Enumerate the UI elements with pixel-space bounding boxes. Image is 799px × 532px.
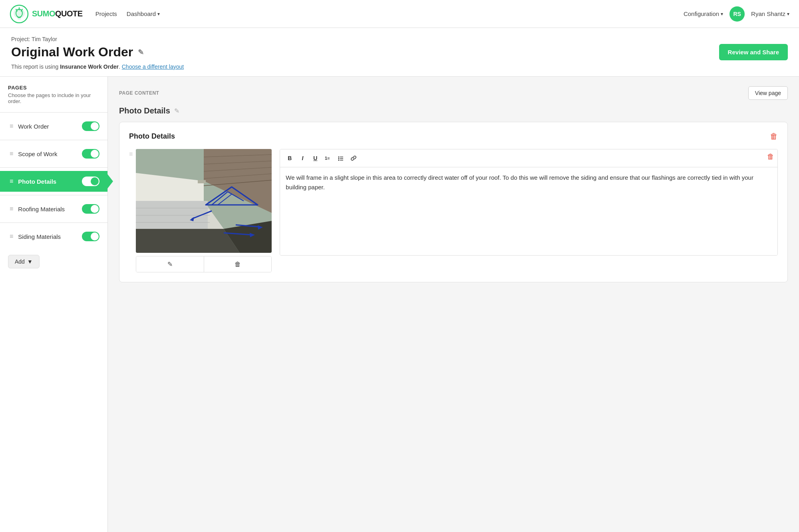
svg-point-35 (338, 158, 340, 159)
photo-actions: ✎ 🗑 (136, 256, 272, 272)
sidebar-item-roofing-materials[interactable]: ≡ Roofing Materials (0, 199, 107, 219)
page-title: Original Work Order ✎ (11, 45, 144, 60)
editor-content[interactable]: We will frame in a slight slope in this … (280, 167, 777, 255)
svg-point-34 (338, 157, 340, 158)
sidebar-item-label: Roofing Materials (18, 206, 65, 212)
sidebar-divider-2 (0, 140, 107, 140)
sidebar-divider-3 (0, 167, 107, 168)
view-page-button[interactable]: View page (748, 86, 788, 100)
nav-projects[interactable]: Projects (95, 10, 117, 17)
ordered-list-icon: 1≡ (325, 155, 331, 161)
logo-icon (10, 4, 29, 24)
photo-details-toggle[interactable] (82, 177, 99, 186)
photo-image (136, 149, 272, 253)
breadcrumb: Project: Tim Taylor (11, 36, 788, 42)
dashboard-chevron-icon: ▾ (157, 11, 160, 17)
photo-left: ≡ (129, 149, 272, 272)
photo-card: Photo Details 🗑 ≡ (119, 122, 788, 282)
sidebar-divider-5 (0, 222, 107, 223)
title-edit-icon[interactable]: ✎ (138, 48, 144, 57)
link-icon (350, 155, 357, 161)
add-chevron-icon: ▼ (27, 258, 33, 265)
sidebar-item-photo-details[interactable]: ≡ Photo Details (0, 171, 107, 192)
sidebar-item-label: Scope of Work (18, 151, 57, 157)
logo[interactable]: SUMOQUOTE (10, 4, 83, 24)
sidebar-footer: Add ▼ (0, 247, 107, 276)
sidebar-header: PAGES Choose the pages to include in you… (0, 85, 107, 109)
svg-text:1≡: 1≡ (325, 156, 330, 161)
drag-icon: ≡ (10, 205, 13, 212)
work-order-toggle[interactable] (82, 121, 99, 131)
navbar: SUMOQUOTE Projects Dashboard ▾ Configura… (0, 0, 799, 28)
drag-icon: ≡ (10, 150, 13, 157)
photo-delete-button[interactable]: 🗑 (204, 256, 272, 272)
add-page-button[interactable]: Add ▼ (8, 255, 40, 268)
user-chevron-icon: ▾ (787, 11, 789, 17)
review-share-button[interactable]: Review and Share (719, 44, 788, 60)
photo-edit-button[interactable]: ✎ (136, 256, 204, 272)
sidebar: PAGES Choose the pages to include in you… (0, 77, 108, 532)
logo-text: SUMOQUOTE (32, 9, 83, 18)
active-arrow-indicator (107, 174, 113, 189)
drag-icon: ≡ (10, 178, 13, 185)
roofing-materials-toggle[interactable] (82, 204, 99, 214)
sidebar-item-scope-of-work[interactable]: ≡ Scope of Work (0, 143, 107, 164)
toolbar-italic-button[interactable]: I (297, 153, 308, 164)
photo-row: ≡ (129, 149, 778, 272)
main-content: PAGE CONTENT View page Photo Details ✎ P… (108, 77, 799, 532)
nav-links: Projects Dashboard ▾ (95, 10, 671, 17)
page-content-label: PAGE CONTENT (119, 90, 159, 96)
content-title: Photo Details (119, 106, 170, 115)
svg-point-36 (338, 160, 340, 161)
toolbar-link-button[interactable] (348, 153, 359, 164)
photo-card-title: Photo Details (129, 132, 175, 141)
toolbar-underline-button[interactable]: U (310, 153, 321, 164)
user-name-button[interactable]: Ryan Shantz ▾ (751, 10, 789, 17)
sidebar-subtitle: Choose the pages to include in your orde… (8, 92, 99, 104)
photo-card-delete-icon[interactable]: 🗑 (770, 132, 778, 141)
toolbar-bold-button[interactable]: B (284, 153, 295, 164)
configuration-button[interactable]: Configuration ▾ (684, 10, 723, 17)
change-layout-link[interactable]: Choose a different layout (122, 64, 184, 70)
sidebar-item-siding-materials[interactable]: ≡ Siding Materials (0, 226, 107, 247)
photo-drag-handle-icon[interactable]: ≡ (129, 149, 133, 158)
sidebar-divider-4 (0, 195, 107, 195)
sidebar-item-label: Work Order (18, 123, 49, 130)
sidebar-item-work-order[interactable]: ≡ Work Order (0, 116, 107, 137)
toolbar-unordered-list-button[interactable] (335, 153, 346, 164)
content-edit-icon[interactable]: ✎ (174, 107, 179, 115)
nav-right: Configuration ▾ RS Ryan Shantz ▾ (684, 6, 789, 22)
nav-dashboard[interactable]: Dashboard ▾ (127, 10, 160, 17)
text-editor: B I U 1≡ (280, 149, 778, 256)
sidebar-item-label: Siding Materials (18, 233, 61, 240)
drag-icon: ≡ (10, 123, 13, 130)
subtitle: This report is using Insurance Work Orde… (11, 64, 788, 70)
unordered-list-icon (338, 155, 344, 161)
roof-photo-svg (136, 149, 272, 253)
svg-rect-18 (198, 180, 206, 183)
config-chevron-icon: ▾ (721, 11, 723, 17)
editor-delete-icon[interactable]: 🗑 (767, 153, 774, 161)
page-title-row: Original Work Order ✎ Review and Share (11, 44, 788, 60)
main-layout: PAGES Choose the pages to include in you… (0, 77, 799, 532)
sidebar-item-label: Photo Details (18, 178, 56, 185)
avatar: RS (729, 6, 745, 22)
page-header: Project: Tim Taylor Original Work Order … (0, 28, 799, 77)
sidebar-title: PAGES (8, 85, 99, 91)
sidebar-divider (0, 112, 107, 113)
editor-toolbar: B I U 1≡ (280, 149, 777, 167)
photo-container: ✎ 🗑 (136, 149, 272, 272)
siding-materials-toggle[interactable] (82, 232, 99, 241)
content-header: PAGE CONTENT View page (119, 86, 788, 100)
drag-icon: ≡ (10, 233, 13, 240)
content-title-row: Photo Details ✎ (119, 106, 788, 115)
scope-of-work-toggle[interactable] (82, 149, 99, 159)
photo-card-header: Photo Details 🗑 (129, 132, 778, 141)
toolbar-ordered-list-button[interactable]: 1≡ (322, 153, 334, 164)
